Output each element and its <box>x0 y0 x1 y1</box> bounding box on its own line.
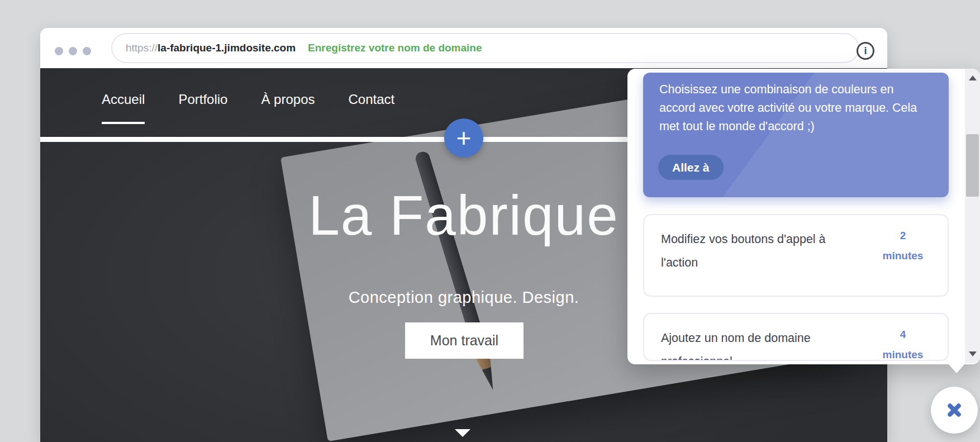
scroll-up-arrow-icon[interactable] <box>969 75 977 80</box>
duration-unit: minutes <box>877 250 929 262</box>
task-title: Modifiez vos boutons d'appel à l'action <box>661 227 848 274</box>
panel-scrollbar[interactable] <box>965 69 980 363</box>
duration-unit: minutes <box>877 349 929 361</box>
url-scheme: https:// <box>126 42 158 54</box>
task-duration: 4 minutes <box>877 329 929 361</box>
jimdo-editor-screen: https://la-fabrique-1.jimdosite.com Enre… <box>0 0 980 442</box>
url-domain: la-fabrique-1.jimdosite.com <box>158 42 296 54</box>
close-icon <box>946 402 963 419</box>
nav-item-accueil[interactable]: Accueil <box>102 92 145 124</box>
info-icon[interactable]: i <box>857 42 874 60</box>
duration-value: 4 <box>877 329 929 341</box>
task-title: Ajoutez un nom de domaine professionnel <box>661 326 848 361</box>
register-domain-link[interactable]: Enregistrez votre nom de domaine <box>308 42 482 54</box>
info-glyph: i <box>864 45 867 57</box>
browser-chrome-bar: https://la-fabrique-1.jimdosite.com Enre… <box>40 28 887 68</box>
scroll-down-arrow-icon[interactable] <box>455 429 470 437</box>
scroll-down-arrow-icon[interactable] <box>969 351 977 357</box>
tip-text: Choisissez une combinaison de couleurs e… <box>659 80 929 136</box>
window-dot-icon <box>69 47 77 55</box>
close-assistant-button[interactable] <box>931 387 978 434</box>
task-duration: 2 minutes <box>877 230 929 262</box>
nav-item-contact[interactable]: Contact <box>348 92 394 124</box>
window-dot-icon <box>83 47 91 55</box>
nav-item-a-propos[interactable]: À propos <box>261 92 315 124</box>
go-to-button[interactable]: Allez à <box>658 155 724 180</box>
nav-item-portfolio[interactable]: Portfolio <box>178 92 227 124</box>
color-tip-card: Choisissez une combinaison de couleurs e… <box>643 73 949 197</box>
popover-tail <box>948 364 965 373</box>
url-bar[interactable]: https://la-fabrique-1.jimdosite.com Enre… <box>111 33 859 63</box>
scrollbar-thumb[interactable] <box>966 134 979 197</box>
add-block-button[interactable]: + <box>444 118 483 158</box>
hero-cta-button[interactable]: Mon travail <box>405 322 524 359</box>
duration-value: 2 <box>877 230 929 242</box>
plus-icon: + <box>456 125 472 151</box>
task-card-domain[interactable]: Ajoutez un nom de domaine professionnel … <box>643 313 949 361</box>
assistant-panel: Choisissez une combinaison de couleurs e… <box>627 69 980 364</box>
task-card-cta-buttons[interactable]: Modifiez vos boutons d'appel à l'action … <box>643 214 949 297</box>
site-navigation: Accueil Portfolio À propos Contact <box>102 92 394 124</box>
window-dot-icon <box>55 47 63 55</box>
